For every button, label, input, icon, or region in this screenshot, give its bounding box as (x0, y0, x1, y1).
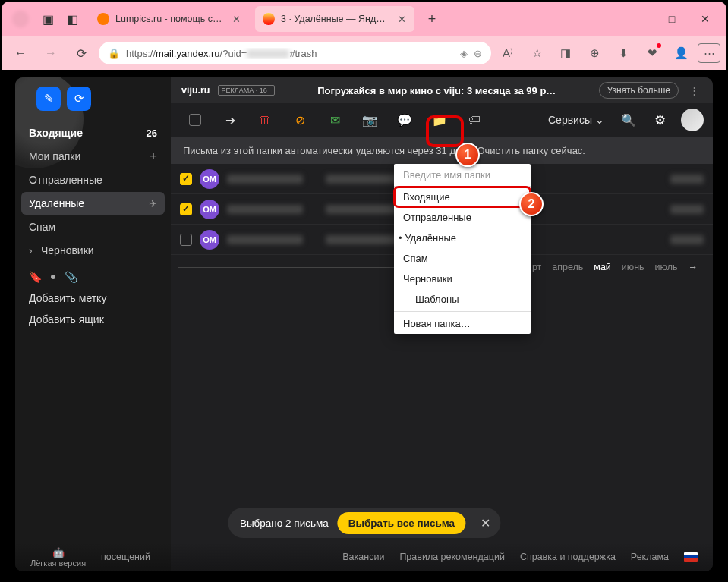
flag-ru-icon[interactable] (684, 552, 698, 562)
folder-inbox[interactable]: Входящие 26 (21, 121, 165, 144)
dd-templates[interactable]: Шаблоны (394, 289, 531, 310)
add-label-link[interactable]: Добавить метку (21, 288, 165, 309)
delete-icon[interactable]: 🗑 (250, 107, 280, 133)
folder-sent[interactable]: Отправленные (21, 168, 165, 191)
mail-app: ✎ ⟳ Входящие 26 Мои папки + Отправленные… (15, 77, 713, 571)
sidebar: ✎ ⟳ Входящие 26 Мои папки + Отправленные… (15, 77, 171, 571)
split-icon[interactable]: ◨ (553, 42, 578, 64)
folder-myfolders[interactable]: Мои папки + (21, 145, 165, 168)
dd-sent[interactable]: Отправленные (394, 207, 531, 228)
dot-icon[interactable] (51, 275, 55, 279)
add-mailbox-link[interactable]: Добавить ящик (21, 309, 165, 330)
tracking-icon[interactable]: ◈ (460, 48, 468, 59)
collections-icon[interactable]: ⊕ (582, 42, 607, 64)
refresh-button[interactable]: ⟳ (67, 87, 91, 111)
favicon-icon (263, 13, 275, 25)
downloads-icon[interactable]: ⬇ (611, 42, 635, 64)
zoom-icon[interactable]: ⊖ (474, 48, 482, 59)
sender-name (227, 175, 303, 184)
annotation-callout-2: 2 (519, 192, 544, 216)
compose-button[interactable]: ✎ (36, 87, 61, 111)
close-window-button[interactable]: ✕ (689, 4, 722, 34)
window-controls: — □ ✕ (622, 4, 722, 34)
dd-drafts[interactable]: Черновики (394, 269, 531, 289)
read-icon[interactable]: ✉ (320, 107, 350, 133)
footer-rules[interactable]: Правила рекомендаций (399, 552, 505, 562)
tab-label: Lumpics.ru - помощь с компьют (115, 14, 225, 24)
folder-trash[interactable]: Удалённые ✈ (21, 192, 165, 215)
ad-banner[interactable]: viju.ru РЕКЛАМА · 16+ Погружайся в мир к… (171, 77, 713, 103)
url-input[interactable]: 🔒 https://mail.yandex.ru/?uid=#trash ◈ ⊖ (99, 42, 491, 64)
folder-drafts[interactable]: › Черновики (21, 239, 165, 262)
lite-version-link[interactable]: 🤖 Лёгкая версия (30, 547, 86, 568)
move-folder-dropdown: Введите имя папки Входящие Отправленные … (394, 164, 531, 334)
label-icon[interactable]: 🏷 (459, 107, 490, 133)
reload-button[interactable]: ⟳ (68, 42, 94, 64)
url-text: https://mail.yandex.ru/?uid=#trash (126, 48, 454, 59)
ad-more-button[interactable]: Узнать больше (599, 82, 679, 99)
profile-icon[interactable] (12, 11, 29, 27)
folder-search-input[interactable]: Введите имя папки (394, 164, 531, 187)
message-time (670, 205, 704, 214)
pin-icon[interactable]: 📷 (355, 107, 385, 133)
sender-avatar: ОМ (200, 169, 219, 189)
footer-ads[interactable]: Реклама (631, 552, 669, 562)
row-checkbox[interactable] (180, 173, 192, 185)
profile-icon[interactable]: 👤 (669, 42, 693, 64)
close-icon[interactable]: ✕ (231, 14, 241, 25)
window-titlebar: ▣ ◧ Lumpics.ru - помощь с компьют ✕ 3 · … (2, 2, 726, 36)
close-toast-button[interactable]: ✕ (474, 516, 496, 530)
selection-count: Выбрано 2 письма (240, 518, 329, 529)
tabs-icon[interactable]: ◧ (61, 8, 84, 30)
search-icon[interactable]: 🔍 (613, 107, 644, 133)
arrow-right-icon[interactable]: → (689, 262, 698, 272)
avatar[interactable] (681, 109, 704, 131)
dd-new-folder[interactable]: Новая папка… (394, 313, 531, 334)
address-bar: ← → ⟳ 🔒 https://mail.yandex.ru/?uid=#tra… (2, 36, 726, 70)
bookmark-icon[interactable]: 🔖 (29, 271, 42, 283)
remind-icon[interactable]: 💬 (389, 107, 420, 133)
folder-spam[interactable]: Спам (21, 215, 165, 238)
select-all-checkbox[interactable] (180, 107, 210, 133)
back-button[interactable]: ← (8, 42, 33, 64)
clear-icon[interactable]: ✈ (149, 198, 157, 209)
annotation-callout-1: 1 (455, 143, 480, 167)
ad-menu-icon[interactable]: ⋮ (686, 85, 702, 96)
forward-button[interactable]: → (38, 42, 64, 64)
services-dropdown[interactable]: Сервисы ⌄ (544, 114, 609, 126)
maximize-button[interactable]: □ (655, 4, 689, 34)
tab-label: 3 · Удалённые — Яндекс Почта (281, 14, 390, 24)
tab-yandex-mail[interactable]: 3 · Удалённые — Яндекс Почта ✕ (255, 6, 414, 32)
spam-icon[interactable]: ⊘ (285, 107, 315, 133)
extension-icon[interactable]: ❤ (640, 42, 664, 64)
favorite-icon[interactable]: ☆ (525, 42, 549, 64)
more-menu-button[interactable]: ⋯ (698, 43, 720, 63)
chevron-right-icon: › (29, 244, 39, 256)
footer: 🤖 Лёгкая версия посещений Вакансии Прави… (15, 543, 713, 571)
plus-icon[interactable]: + (150, 149, 157, 164)
select-all-button[interactable]: Выбрать все письма (338, 512, 465, 534)
dd-trash[interactable]: • Удалённые (394, 228, 531, 248)
dd-spam[interactable]: Спам (394, 248, 531, 269)
settings-icon[interactable]: ⚙ (648, 112, 672, 128)
minimize-button[interactable]: — (622, 4, 655, 34)
workspaces-icon[interactable]: ▣ (36, 8, 59, 30)
read-aloud-icon[interactable]: A⁾ (496, 42, 520, 64)
message-time (670, 175, 704, 184)
chevron-down-icon: ⌄ (595, 114, 604, 126)
forward-icon[interactable]: ➔ (215, 107, 245, 133)
close-icon[interactable]: ✕ (396, 14, 407, 25)
new-tab-button[interactable]: + (421, 8, 443, 30)
footer-help[interactable]: Справка и поддержка (520, 552, 616, 562)
row-checkbox[interactable] (180, 234, 192, 246)
selection-toast: Выбрано 2 письма Выбрать все письма ✕ (228, 508, 500, 538)
footer-jobs[interactable]: Вакансии (342, 552, 384, 562)
dd-inbox[interactable]: Входящие (394, 187, 531, 207)
message-time (670, 235, 704, 244)
sender-name (227, 235, 303, 244)
tab-lumpics[interactable]: Lumpics.ru - помощь с компьют ✕ (90, 6, 249, 32)
attachment-icon[interactable]: 📎 (65, 271, 77, 283)
row-checkbox[interactable] (180, 203, 192, 215)
sender-name (227, 205, 303, 214)
lock-icon: 🔒 (108, 48, 120, 59)
